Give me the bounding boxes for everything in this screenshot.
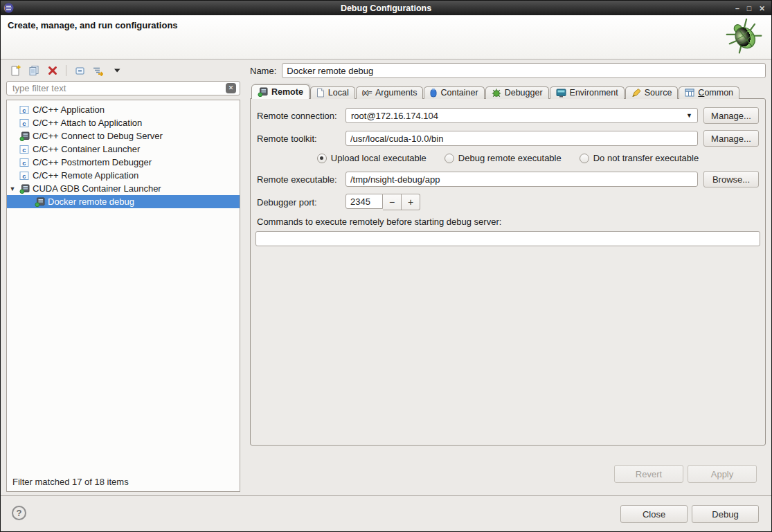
tab-label: Environment: [570, 88, 618, 98]
collapse-all-button[interactable]: [72, 63, 87, 78]
toolbar-separator: [66, 65, 66, 76]
tab-arguments[interactable]: (x)=Arguments: [356, 86, 424, 99]
server-icon: [33, 197, 46, 207]
maximize-button[interactable]: □: [747, 1, 751, 15]
delete-configuration-button[interactable]: [45, 63, 60, 78]
header-title: Create, manage, and run configurations: [1, 15, 771, 30]
manage-toolkit-button[interactable]: Manage...: [703, 130, 759, 147]
tree-indent: [18, 201, 33, 202]
debugger-port-label: Debugger port:: [257, 197, 345, 208]
tab-common[interactable]: Common: [679, 86, 739, 99]
tree-item-cuda-gdb-container-launcher[interactable]: ▼CUDA GDB Container Launcher: [7, 182, 240, 195]
duplicate-configuration-button[interactable]: [26, 63, 42, 78]
tab-label: Common: [698, 88, 733, 98]
minimize-button[interactable]: –: [735, 1, 739, 15]
c-icon: c: [18, 171, 30, 181]
chevron-down-icon: ▼: [686, 112, 692, 119]
radio-button-icon[interactable]: [580, 154, 589, 163]
c-icon: c: [18, 105, 30, 115]
svg-text:c: c: [22, 106, 26, 113]
transfer-options-group: Upload local executableDebug remote exec…: [255, 153, 760, 163]
title-bar[interactable]: Debug Configurations – □ ✕: [1, 1, 771, 15]
server-icon: [18, 184, 30, 194]
port-increment-button[interactable]: +: [402, 194, 420, 210]
close-button[interactable]: Close: [620, 505, 688, 523]
debugger-port-input[interactable]: [345, 194, 383, 209]
args-icon: (x)=: [362, 89, 372, 96]
port-decrement-button[interactable]: −: [383, 194, 402, 210]
tree-item-label: C/C++ Application: [33, 104, 105, 115]
configuration-tabs: RemoteLocal(x)=ArgumentsContainerDebugge…: [250, 84, 766, 99]
tab-local[interactable]: Local: [310, 86, 355, 99]
remote-toolkit-input[interactable]: [345, 131, 698, 146]
new-icon: [10, 65, 21, 76]
c-icon: c: [18, 145, 30, 154]
tree-item-docker-remote-debug[interactable]: Docker remote debug: [7, 195, 240, 208]
tab-debugger[interactable]: Debugger: [485, 86, 549, 99]
source-icon: [631, 88, 641, 98]
radio-label: Debug remote executable: [458, 153, 562, 163]
tab-label: Source: [645, 88, 672, 98]
radio-debug-remote-executable[interactable]: Debug remote executable: [445, 153, 562, 163]
remote-executable-label: Remote executable:: [257, 174, 345, 185]
expand-arrow-icon[interactable]: ▼: [7, 185, 18, 192]
menu-arrow-icon: [114, 68, 120, 73]
tree-item-c-c-container-launcher[interactable]: cC/C++ Container Launcher: [7, 143, 240, 156]
filter-box: ✕: [6, 81, 240, 95]
tab-container[interactable]: Container: [424, 86, 484, 99]
filter-input[interactable]: [8, 83, 226, 93]
new-configuration-button[interactable]: [8, 63, 23, 78]
manage-connection-button[interactable]: Manage...: [703, 107, 759, 124]
tab-environment[interactable]: Environment: [550, 86, 625, 99]
debug-button[interactable]: Debug: [692, 505, 759, 523]
remote-connection-label: Remote connection:: [257, 111, 345, 121]
window-title: Debug Configurations: [1, 3, 771, 13]
toolbar-menu-button[interactable]: [109, 63, 125, 78]
tree-item-c-c-connect-to-debug-server[interactable]: C/C++ Connect to Debug Server: [7, 129, 240, 143]
server-icon: [258, 87, 268, 97]
sidebar-toolbar: [6, 62, 240, 79]
apply-button[interactable]: Apply: [688, 465, 757, 483]
tree-item-c-c-remote-application[interactable]: cC/C++ Remote Application: [7, 169, 240, 182]
revert-button[interactable]: Revert: [614, 465, 683, 483]
c-icon: c: [18, 118, 30, 128]
tree-item-c-c-application[interactable]: cC/C++ Application: [7, 103, 240, 116]
radio-upload-local-executable[interactable]: Upload local executable: [317, 153, 427, 163]
configuration-name-input[interactable]: [282, 63, 766, 78]
tab-source[interactable]: Source: [625, 86, 679, 99]
tab-label: Arguments: [375, 88, 417, 98]
radio-label: Upload local executable: [331, 153, 427, 163]
delete-icon: [48, 66, 57, 75]
debug-bug-icon: [726, 18, 763, 58]
tab-remote[interactable]: Remote: [251, 84, 309, 99]
filter-configurations-button[interactable]: [91, 63, 106, 78]
filter-status-text: Filter matched 17 of 18 items: [7, 475, 240, 491]
remote-toolkit-label: Remote toolkit:: [257, 134, 345, 144]
close-window-button[interactable]: ✕: [759, 1, 765, 15]
common-icon: [685, 89, 694, 97]
tree-item-label: C/C++ Attach to Application: [33, 118, 142, 128]
remote-executable-input[interactable]: [345, 172, 698, 187]
commands-input[interactable]: [255, 231, 760, 246]
configurations-sidebar: ✕ cC/C++ ApplicationcC/C++ Attach to App…: [6, 62, 240, 492]
debug-configurations-dialog: Debug Configurations – □ ✕ Create, manag…: [0, 0, 772, 532]
radio-button-icon[interactable]: [445, 154, 454, 163]
remote-connection-select[interactable]: root@172.16.174.104 ▼: [345, 108, 698, 123]
help-icon[interactable]: ?: [12, 506, 26, 520]
tab-label: Remote: [271, 87, 303, 97]
c-icon: c: [18, 158, 30, 167]
radio-do-not-transfer-executable[interactable]: Do not transfer executable: [580, 153, 699, 163]
tree-item-c-c-postmortem-debugger[interactable]: cC/C++ Postmortem Debugger: [7, 156, 240, 169]
tree-item-label: C/C++ Remote Application: [33, 170, 138, 181]
svg-text:c: c: [22, 119, 26, 127]
tree-item-c-c-attach-to-application[interactable]: cC/C++ Attach to Application: [7, 116, 240, 129]
browse-executable-button[interactable]: Browse...: [703, 171, 759, 187]
configurations-tree-panel: cC/C++ ApplicationcC/C++ Attach to Appli…: [6, 100, 240, 492]
remote-tab-content: Remote connection: root@172.16.174.104 ▼…: [250, 98, 766, 446]
radio-button-icon[interactable]: [317, 154, 327, 163]
svg-text:c: c: [22, 145, 26, 153]
clear-filter-icon[interactable]: ✕: [226, 83, 236, 93]
svg-text:c: c: [22, 172, 26, 179]
tab-label: Local: [328, 88, 349, 98]
commands-label: Commands to execute remotely before star…: [257, 217, 759, 227]
